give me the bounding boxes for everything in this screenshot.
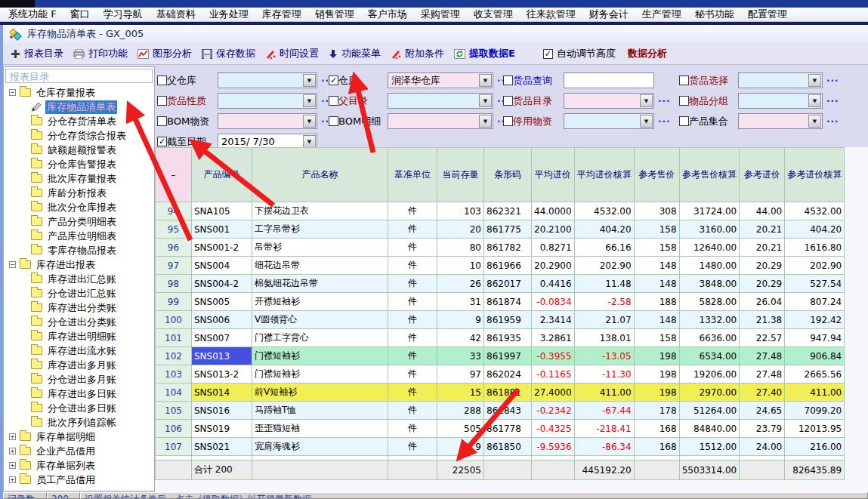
- filter-select-货品选择[interactable]: ▼: [738, 72, 823, 88]
- filter-checkbox-产品集合[interactable]: [679, 116, 689, 126]
- filter-select-货品目录[interactable]: ▼: [564, 93, 654, 109]
- filter-select-产品集合[interactable]: ▼: [738, 113, 823, 129]
- column-header-name[interactable]: 产品名称: [252, 148, 388, 202]
- menu-item[interactable]: 财务会计: [582, 8, 635, 21]
- toolbar-button-打印功能[interactable]: 打印功能: [73, 47, 128, 60]
- dropdown-arrow-icon[interactable]: ▼: [303, 94, 316, 107]
- tree-item-库存物品清单表[interactable]: 库存物品清单表: [4, 100, 154, 114]
- column-header-ref_buy[interactable]: 参考进价: [740, 148, 785, 202]
- expand-icon[interactable]: +: [9, 462, 16, 469]
- column-header-avg_price[interactable]: 平均进价: [532, 148, 575, 202]
- dropdown-arrow-icon[interactable]: ▼: [303, 135, 316, 148]
- menu-item[interactable]: 库存管理: [255, 8, 308, 21]
- more-options-button[interactable]: ···: [658, 96, 671, 106]
- tree-item-仓库存量报表[interactable]: −仓库存量报表: [4, 85, 154, 100]
- menu-item[interactable]: 基础资料: [150, 8, 202, 21]
- tree-item-分仓进出分类账[interactable]: 分仓进出分类账: [4, 315, 154, 329]
- tree-item-分仓存货综合报表[interactable]: 分仓存货综合报表: [4, 128, 154, 143]
- table-row[interactable]: 101SNS007门襟工字背心件428619353.2861138.011586…: [156, 329, 845, 347]
- collapse-icon[interactable]: −: [9, 261, 16, 268]
- column-header-barcode[interactable]: 条形码: [484, 148, 532, 202]
- tree-item-分仓存货清单表[interactable]: 分仓存货清单表: [4, 114, 154, 128]
- filter-checkbox-货品查询[interactable]: [503, 75, 513, 85]
- tree-item-分仓进出汇总账[interactable]: 分仓进出汇总账: [4, 286, 154, 300]
- tree-item-产品分类明细表[interactable]: 产品分类明细表: [4, 214, 154, 229]
- column-header-ref_sale[interactable]: 参考售价: [634, 148, 679, 202]
- filter-select-货品性质[interactable]: ▼: [218, 93, 317, 109]
- filter-select-父目录[interactable]: ▼: [388, 93, 493, 109]
- toolbar-button-保存数据[interactable]: 保存数据: [202, 47, 255, 60]
- filter-checkbox-货品选择[interactable]: [679, 75, 689, 85]
- menu-item[interactable]: 生产管理: [635, 8, 688, 21]
- table-row[interactable]: 104SNS014前V短袖衫件1586188127.4000411.001982…: [156, 383, 845, 402]
- more-options-button[interactable]: ···: [826, 96, 839, 106]
- filter-checkbox-父目录[interactable]: [329, 96, 338, 106]
- toolbar-button-图形分析[interactable]: 图形分析: [137, 47, 192, 60]
- auto-height-toggle[interactable]: ✓自动调节高度: [543, 47, 616, 60]
- auto-height-checkbox[interactable]: ✓: [543, 49, 553, 59]
- data-analysis-button[interactable]: 数据分析: [628, 47, 667, 60]
- tree-item-批次序列追踪帐[interactable]: 批次序列追踪帐: [4, 415, 154, 430]
- more-options-button[interactable]: ···: [826, 116, 839, 127]
- filter-checkbox-停用物资[interactable]: [503, 116, 513, 126]
- menu-item[interactable]: 销售管理: [308, 8, 361, 21]
- tree-item-分仓库告警报表[interactable]: 分仓库告警报表: [4, 157, 154, 171]
- tree-item-库存进出多日账[interactable]: 库存进出多日账: [4, 387, 154, 401]
- column-header-no[interactable]: –: [156, 148, 192, 202]
- table-row[interactable]: 98SNS004-2棉氨细花边吊带件268620170.441611.48148…: [156, 275, 845, 293]
- expand-icon[interactable]: +: [9, 448, 16, 454]
- menu-item[interactable]: 系统功能 F: [2, 8, 63, 21]
- filter-checkbox-截至日期[interactable]: ✓: [157, 137, 167, 146]
- table-row[interactable]: 99SNS005开襟短袖衫件31861874-0.0834-2.58188582…: [156, 293, 845, 311]
- tree-item-库存进出流水账[interactable]: 库存进出流水账: [4, 343, 154, 358]
- menu-item[interactable]: 窗口: [63, 8, 97, 21]
- collapse-icon[interactable]: −: [9, 89, 16, 96]
- toolbar-button-附加条件[interactable]: 附加条件: [391, 47, 444, 60]
- dropdown-arrow-icon[interactable]: ▼: [303, 115, 316, 128]
- table-row[interactable]: 103SNS013-2门襟短袖衫件97862024-0.1165-11.3019…: [156, 365, 845, 383]
- filter-input-货品查询[interactable]: [564, 72, 654, 88]
- menu-item[interactable]: 学习导航: [97, 8, 150, 21]
- tree-item-库存进出报表[interactable]: −库存进出报表: [4, 257, 154, 272]
- filter-checkbox-货品性质[interactable]: [157, 96, 167, 106]
- filter-select-仓库[interactable]: 润泽华仓库▼: [388, 72, 493, 88]
- dropdown-arrow-icon[interactable]: ▼: [808, 74, 821, 87]
- dropdown-arrow-icon[interactable]: ▼: [479, 94, 492, 107]
- tree-item-分仓进出多月账[interactable]: 分仓进出多月账: [4, 372, 154, 387]
- dropdown-arrow-icon[interactable]: ▼: [808, 115, 821, 128]
- toolbar-button-提取数据E[interactable]: 提取数据E: [454, 47, 515, 60]
- tree-item-库存进出分类账[interactable]: 库存进出分类账: [4, 300, 154, 315]
- filter-select-物品分组[interactable]: ▼: [738, 93, 823, 109]
- filter-checkbox-货品目录[interactable]: [503, 96, 513, 106]
- dropdown-arrow-icon[interactable]: ▼: [479, 115, 492, 128]
- table-row[interactable]: 106SNS019歪歪猫短袖件505861778-0.4325-218.4116…: [156, 420, 845, 438]
- filter-checkbox-物品分组[interactable]: [679, 96, 689, 106]
- tree-item-库存进出多月账[interactable]: 库存进出多月账: [4, 358, 154, 372]
- tree-item-分仓进出多日账[interactable]: 分仓进出多日账: [4, 401, 154, 415]
- table-row[interactable]: 107SNS021宽肩海魂衫件9861850-9.5936-86.3416815…: [156, 438, 845, 456]
- dropdown-arrow-icon[interactable]: ▼: [640, 94, 653, 107]
- tree-item-库龄分析报表[interactable]: 库龄分析报表: [4, 186, 154, 200]
- more-options-button[interactable]: ···: [658, 116, 671, 127]
- table-row[interactable]: 102SNS013门襟短袖衫件33861997-0.3955-13.051986…: [156, 347, 845, 365]
- filter-checkbox-BOM明细[interactable]: [329, 116, 338, 126]
- tree-item-缺额超额报警表[interactable]: 缺额超额报警表: [4, 143, 154, 157]
- tree-item-员工产品借用[interactable]: +员工产品借用: [4, 473, 154, 487]
- column-header-unit[interactable]: 基准单位: [388, 148, 437, 202]
- tree-item-库存进出汇总账[interactable]: 库存进出汇总账: [4, 272, 154, 286]
- tree-item-产品库位明细表[interactable]: 产品库位明细表: [4, 229, 154, 243]
- tree-item-库存单据明细[interactable]: +库存单据明细: [4, 430, 154, 444]
- more-options-button[interactable]: ···: [826, 75, 839, 86]
- toolbar-button-功能菜单[interactable]: 功能菜单: [329, 47, 381, 60]
- dropdown-arrow-icon[interactable]: ▼: [640, 115, 653, 128]
- filter-select-BOM明细[interactable]: ▼: [388, 113, 493, 129]
- table-row[interactable]: 97SNS004细花边吊带件1086196620.2900202.9014814…: [156, 257, 845, 275]
- tree-item-库存进出明细账[interactable]: 库存进出明细账: [4, 329, 154, 343]
- menu-item[interactable]: 往来款管理: [520, 8, 582, 21]
- column-header-qty[interactable]: 当前存量: [437, 148, 484, 202]
- column-header-avg_price_calc[interactable]: 平均进价核算: [574, 148, 634, 202]
- menu-item[interactable]: 配置管理: [741, 8, 794, 21]
- tree-item-库存单据列表[interactable]: +库存单据列表: [4, 458, 154, 473]
- tree-item-零库存物品报表[interactable]: 零库存物品报表: [4, 243, 154, 257]
- filter-checkbox-仓库[interactable]: ✓: [329, 75, 338, 85]
